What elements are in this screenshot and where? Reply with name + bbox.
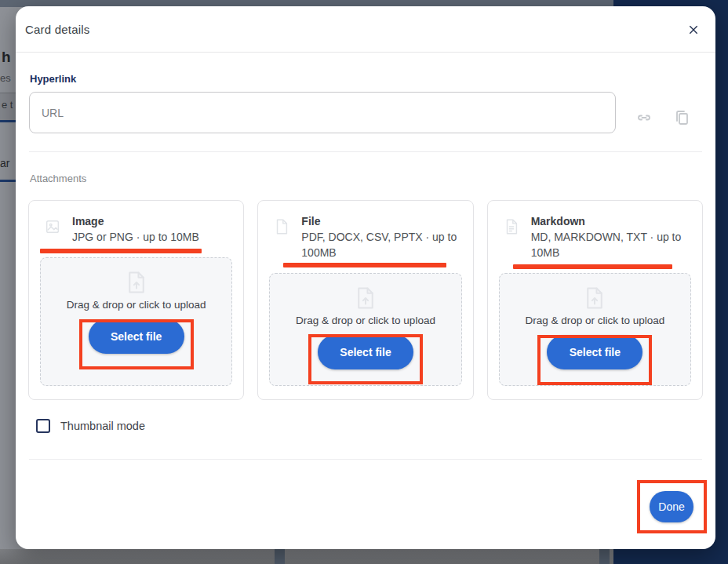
- upload-file-icon: [125, 269, 148, 296]
- annotation-underline: [513, 264, 672, 269]
- copy-icon[interactable]: [672, 108, 691, 127]
- bg-underline: [0, 180, 16, 182]
- markdown-dropzone[interactable]: Drag & drop or click to upload Select fi…: [499, 273, 691, 386]
- card-subtitle: MD, MARKDOWN, TXT · up to 10MB: [531, 229, 694, 260]
- dropzone-hint: Drag & drop or click to upload: [525, 315, 664, 326]
- attachments-label: Attachments: [30, 173, 86, 184]
- hyperlink-label: Hyperlink: [30, 73, 76, 85]
- card-subtitle: PDF, DOCX, CSV, PPTX · up to 100MB: [301, 229, 464, 260]
- card-details-dialog: Card details Hyperlink Attachments: [16, 6, 715, 549]
- card-title: Image: [72, 213, 235, 229]
- file-icon: [273, 218, 290, 235]
- upload-card-markdown: Markdown MD, MARKDOWN, TXT · up to 10MB …: [487, 200, 703, 400]
- thumbnail-checkbox[interactable]: [36, 419, 50, 433]
- thumbnail-mode-toggle[interactable]: Thumbnail mode: [36, 417, 145, 435]
- bg-underline: [0, 120, 16, 122]
- close-button[interactable]: [685, 22, 702, 39]
- bg-text-fragment: e t: [2, 99, 17, 111]
- select-file-button[interactable]: Select file: [318, 335, 413, 369]
- dialog-title: Card details: [25, 23, 89, 36]
- markdown-file-icon: [503, 218, 520, 235]
- card-subtitle: JPG or PNG · up to 10MB: [72, 229, 235, 245]
- annotation-underline: [283, 263, 446, 267]
- dialog-header: Card details: [16, 6, 715, 53]
- select-file-button[interactable]: Select file: [89, 319, 184, 354]
- thumbnail-label: Thumbnail mode: [60, 420, 145, 432]
- bg-column-divider: [599, 549, 610, 564]
- attachment-cards-row: Image JPG or PNG · up to 10MB Drag & dro…: [28, 200, 703, 400]
- url-input[interactable]: [29, 92, 616, 133]
- upload-card-file: File PDF, DOCX, CSV, PPTX · up to 100MB …: [257, 200, 473, 400]
- bg-text-fragment: es: [0, 72, 16, 84]
- upload-file-icon: [583, 285, 606, 311]
- card-title: File: [301, 213, 464, 229]
- bg-text-fragment: ar: [0, 157, 16, 169]
- select-file-button[interactable]: Select file: [547, 335, 642, 369]
- bg-column-divider: [275, 549, 285, 564]
- upload-card-image: Image JPG or PNG · up to 10MB Drag & dro…: [28, 200, 244, 400]
- card-header-text: Image JPG or PNG · up to 10MB: [72, 213, 235, 245]
- file-dropzone[interactable]: Drag & drop or click to upload Select fi…: [269, 273, 461, 386]
- upload-file-icon: [354, 285, 377, 311]
- card-header-text: File PDF, DOCX, CSV, PPTX · up to 100MB: [301, 213, 464, 260]
- dropzone-hint: Drag & drop or click to upload: [296, 315, 435, 326]
- card-title: Markdown: [531, 213, 694, 229]
- dropzone-hint: Drag & drop or click to upload: [67, 299, 206, 311]
- page-bottom-band: [0, 549, 613, 564]
- done-button[interactable]: Done: [650, 491, 693, 522]
- link-icon[interactable]: [635, 108, 653, 127]
- card-header-text: Markdown MD, MARKDOWN, TXT · up to 10MB: [531, 213, 694, 260]
- footer-divider: [29, 459, 702, 460]
- image-icon: [44, 218, 61, 235]
- close-icon: [687, 24, 700, 38]
- annotation-underline: [40, 249, 202, 253]
- image-dropzone[interactable]: Drag & drop or click to upload Select fi…: [40, 257, 232, 386]
- bg-text-fragment: h: [2, 49, 17, 66]
- section-divider: [29, 151, 702, 152]
